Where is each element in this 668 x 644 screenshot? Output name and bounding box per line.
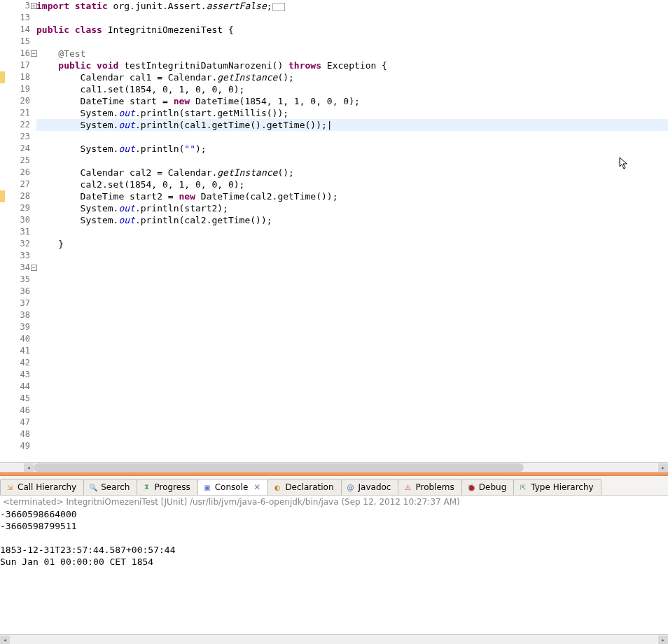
code-line[interactable] bbox=[36, 226, 668, 238]
line-number: 41 bbox=[6, 345, 30, 357]
line-number: 40 bbox=[6, 333, 30, 345]
javadoc-icon: @ bbox=[346, 482, 356, 492]
tab-label: Progress bbox=[154, 482, 190, 492]
code-line[interactable]: } bbox=[36, 238, 668, 250]
code-line[interactable]: public void testIntegritniDatumNarozeni(… bbox=[36, 59, 668, 71]
line-number: 18 bbox=[6, 71, 30, 83]
line-number: 25 bbox=[6, 155, 30, 167]
code-line[interactable]: public class IntegritniOmezeniTest { bbox=[36, 24, 668, 36]
scroll-left-button[interactable]: ◂ bbox=[0, 636, 10, 644]
code-line[interactable] bbox=[36, 12, 668, 24]
tab-console[interactable]: ▣Console✕ bbox=[197, 479, 269, 495]
console-line: Sun Jan 01 00:00:00 CET 1854 bbox=[0, 556, 668, 568]
line-number: 49 bbox=[6, 440, 30, 452]
code-line[interactable] bbox=[36, 155, 668, 167]
line-number-gutter[interactable]: 3+13141516−17181920212223242526272829303… bbox=[6, 0, 34, 462]
code-line[interactable] bbox=[36, 405, 668, 416]
editor-horizontal-scrollbar[interactable]: ◂ ▸ bbox=[0, 462, 668, 472]
code-line[interactable] bbox=[36, 381, 668, 393]
tab-label: Debug bbox=[479, 482, 506, 492]
code-line[interactable] bbox=[36, 309, 668, 321]
code-line[interactable] bbox=[36, 345, 668, 357]
text-cursor: | bbox=[327, 120, 333, 130]
scroll-left-button[interactable]: ◂ bbox=[24, 463, 34, 472]
code-line[interactable]: System.out.println(""); bbox=[36, 143, 668, 155]
scroll-right-button[interactable]: ▸ bbox=[658, 463, 668, 472]
console-output[interactable]: -3660598664000-36605987995111853-12-31T2… bbox=[0, 508, 668, 634]
code-line[interactable] bbox=[36, 440, 668, 452]
line-number: 23 bbox=[6, 131, 30, 143]
code-line[interactable] bbox=[36, 357, 668, 369]
line-number: 14 bbox=[6, 24, 30, 36]
folded-region-hint[interactable] bbox=[272, 3, 285, 11]
line-number: 45 bbox=[6, 393, 30, 405]
line-number: 3+ bbox=[6, 0, 30, 12]
progress-icon: ⧗ bbox=[141, 482, 151, 492]
line-number: 17 bbox=[6, 59, 30, 71]
line-number: 24 bbox=[6, 143, 30, 155]
line-number: 37 bbox=[6, 298, 30, 309]
code-editor[interactable]: 3+13141516−17181920212223242526272829303… bbox=[0, 0, 668, 462]
console-line: -3660598799511 bbox=[0, 520, 668, 532]
line-number: 26 bbox=[6, 167, 30, 178]
line-number: 13 bbox=[6, 12, 30, 24]
line-number: 29 bbox=[6, 202, 30, 214]
line-number: 38 bbox=[6, 309, 30, 321]
code-line[interactable]: Calendar cal2 = Calendar.getInstance(); bbox=[36, 167, 668, 178]
tab-call-hierarchy[interactable]: ⇲Call Hierarchy bbox=[0, 479, 84, 495]
code-content[interactable]: import static org.junit.Assert.assertFal… bbox=[34, 0, 668, 462]
problems-icon: ⚠ bbox=[403, 482, 412, 492]
code-line[interactable] bbox=[36, 298, 668, 309]
code-line[interactable]: DateTime start2 = new DateTime(cal2.getT… bbox=[36, 190, 668, 202]
code-line[interactable] bbox=[36, 286, 668, 298]
console-horizontal-scrollbar[interactable]: ◂ ▸ bbox=[0, 634, 668, 644]
declaration-icon: ◐ bbox=[272, 482, 282, 492]
code-line[interactable] bbox=[36, 416, 668, 428]
code-line[interactable] bbox=[36, 321, 668, 333]
code-line[interactable]: System.out.println(cal1.getTime().getTim… bbox=[36, 119, 668, 131]
line-number: 30 bbox=[6, 214, 30, 226]
scroll-right-button[interactable]: ▸ bbox=[658, 636, 668, 644]
tab-javadoc[interactable]: @Javadoc bbox=[341, 479, 399, 495]
tab-problems[interactable]: ⚠Problems bbox=[398, 479, 461, 495]
scrollbar-thumb[interactable] bbox=[34, 463, 524, 472]
code-line[interactable] bbox=[36, 250, 668, 262]
line-number: 21 bbox=[6, 107, 30, 119]
tab-label: Problems bbox=[415, 482, 454, 492]
line-number: 35 bbox=[6, 274, 30, 286]
tab-declaration[interactable]: ◐Declaration bbox=[267, 479, 341, 495]
code-line[interactable] bbox=[36, 262, 668, 274]
code-line[interactable]: System.out.println(start2); bbox=[36, 202, 668, 214]
code-line[interactable]: cal1.set(1854, 0, 1, 0, 0, 0); bbox=[36, 83, 668, 95]
debug-icon: 🐞 bbox=[466, 482, 476, 492]
code-line[interactable] bbox=[36, 369, 668, 381]
code-line[interactable] bbox=[36, 36, 668, 48]
console-icon: ▣ bbox=[202, 482, 212, 492]
code-line[interactable]: cal2.set(1854, 0, 1, 0, 0, 0); bbox=[36, 178, 668, 190]
code-line[interactable] bbox=[36, 131, 668, 143]
line-number: 44 bbox=[6, 381, 30, 393]
close-icon[interactable]: ✕ bbox=[253, 482, 260, 492]
code-line[interactable] bbox=[36, 428, 668, 440]
code-line[interactable] bbox=[36, 393, 668, 405]
code-line[interactable]: @Test bbox=[36, 48, 668, 59]
code-line[interactable] bbox=[36, 274, 668, 286]
code-line[interactable]: DateTime start = new DateTime(1854, 1, 1… bbox=[36, 95, 668, 107]
tab-label: Declaration bbox=[285, 482, 333, 492]
code-line[interactable]: Calendar cal1 = Calendar.getInstance(); bbox=[36, 71, 668, 83]
code-line[interactable]: System.out.println(start.getMillis()); bbox=[36, 107, 668, 119]
type-hierarchy-icon: ⇱ bbox=[518, 482, 528, 492]
hierarchy-icon: ⇲ bbox=[5, 482, 15, 492]
tab-type-hierarchy[interactable]: ⇱Type Hierarchy bbox=[513, 479, 601, 495]
tab-progress[interactable]: ⧗Progress bbox=[137, 479, 197, 495]
tab-debug[interactable]: 🐞Debug bbox=[461, 479, 514, 495]
line-number: 47 bbox=[6, 416, 30, 428]
code-line[interactable]: System.out.println(cal2.getTime()); bbox=[36, 214, 668, 226]
tab-label: Search bbox=[101, 482, 130, 492]
code-line[interactable]: import static org.junit.Assert.assertFal… bbox=[36, 0, 668, 12]
line-number: 36 bbox=[6, 286, 30, 298]
tab-search[interactable]: 🔍Search bbox=[83, 479, 137, 495]
views-tab-bar[interactable]: ⇲Call Hierarchy🔍Search⧗Progress▣Console✕… bbox=[0, 476, 668, 496]
code-line[interactable] bbox=[36, 333, 668, 345]
line-number: 19 bbox=[6, 83, 30, 95]
